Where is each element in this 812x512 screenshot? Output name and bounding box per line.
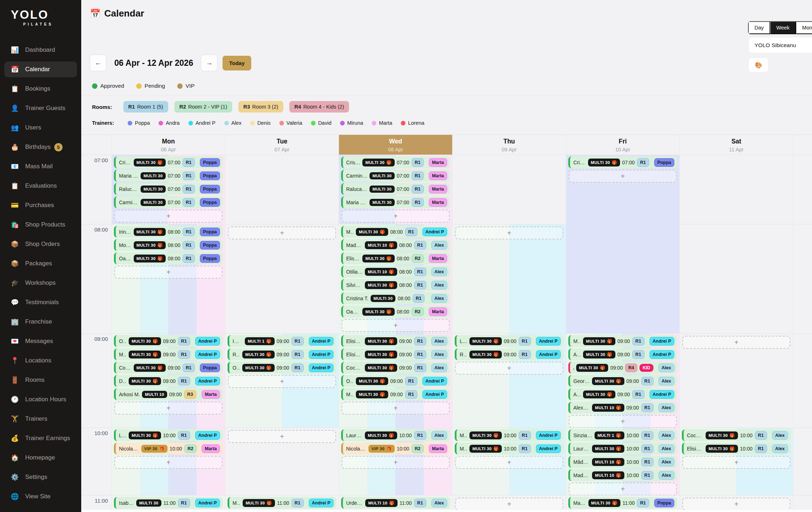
- sidebar-item-evaluations[interactable]: 📋Evaluations: [4, 178, 77, 194]
- event-chip[interactable]: Cristina P.MULTI 30🎁07:00R1Marta: [341, 156, 450, 168]
- sidebar-item-birthdays[interactable]: 🎂Birthdays5: [4, 139, 77, 155]
- room-filter-r1[interactable]: R1Room 1 (5): [123, 101, 168, 113]
- event-chip[interactable]: Urdea S.MULTI 10🎁11:00R1Alex: [341, 497, 450, 509]
- add-slot-button[interactable]: +: [682, 336, 790, 349]
- event-chip[interactable]: Loredana I.MULTI 30🎁09:00R1Andrei P: [455, 335, 564, 347]
- event-chip[interactable]: Adela C.MULTI 30🎁09:00R4KIDAlex: [568, 362, 677, 374]
- trainer-filter-andreip[interactable]: Andrei P: [188, 120, 216, 126]
- trainer-filter-denis[interactable]: Denis: [250, 120, 271, 126]
- add-slot-button[interactable]: +: [455, 456, 563, 469]
- event-chip[interactable]: Sinziana I.MULTI 1🎁10:00R1Alex: [568, 429, 677, 441]
- event-chip[interactable]: Otilia C.MULTI 10🎁08:00R1Alex: [341, 266, 450, 278]
- sidebar-item-viewsite[interactable]: 🌐View Site: [4, 489, 77, 504]
- sidebar-item-purchases[interactable]: 💳Purchases: [4, 197, 77, 213]
- event-chip[interactable]: Oana H.MULTI 30🎁09:00R1Andrei P: [341, 375, 450, 387]
- event-chip[interactable]: Maria G.MULTI 30🎁11:00R1Poppa: [568, 497, 677, 509]
- add-slot-button[interactable]: +: [114, 456, 223, 469]
- event-chip[interactable]: Silviu P.MULTI 30🎁08:00R1Alex: [341, 279, 450, 291]
- sidebar-item-trainers[interactable]: 🏋️Trainers: [4, 411, 77, 427]
- palette-button[interactable]: 🎨: [748, 58, 769, 73]
- add-slot-button[interactable]: +: [569, 170, 677, 183]
- account-select[interactable]: YOLO Sibiceanu: [748, 37, 812, 53]
- event-chip[interactable]: Georgiana T.MULTI 30🎁09:00R1Alex: [568, 375, 677, 387]
- event-chip[interactable]: Arkosi M.MULTI 1009:00R3Marta: [114, 388, 223, 400]
- event-chip[interactable]: Alexandra V.MULTI 10🎁09:00R1Alex: [568, 402, 677, 413]
- sidebar-item-settings[interactable]: ⚙️Settings: [4, 469, 77, 485]
- view-week-button[interactable]: Week: [770, 21, 796, 34]
- sidebar-item-users[interactable]: 👥Users: [4, 120, 77, 136]
- event-chip[interactable]: Oana S.MULTI 30🎁08:00R1Poppa: [114, 252, 223, 264]
- add-slot-button[interactable]: +: [228, 430, 336, 443]
- today-button[interactable]: Today: [223, 56, 251, 70]
- add-slot-button[interactable]: +: [114, 402, 223, 415]
- event-chip[interactable]: Monica E.MULTI 30🎁08:00R1Poppa: [114, 239, 223, 251]
- sidebar-item-shoporders[interactable]: 📦Shop Orders: [4, 236, 77, 252]
- room-filter-r4[interactable]: R4Room 4 - Kids (2): [289, 101, 349, 113]
- sidebar-item-testimonials[interactable]: 💬Testimonials: [4, 294, 77, 310]
- event-chip[interactable]: Nicolae S.VIP 30🎁10:00R2Marta: [114, 443, 223, 454]
- event-chip[interactable]: Mădălina B.MULTI 10🎁10:00R1Alex: [568, 456, 677, 468]
- add-slot-button[interactable]: +: [682, 498, 790, 511]
- event-chip[interactable]: Raluca M.MULTI 30🎁09:00R1Andrei P: [455, 348, 564, 360]
- event-chip[interactable]: Elisabeta S.MULTI 30🎁08:00R2Marta: [341, 252, 450, 264]
- sidebar-item-dashboard[interactable]: 📊Dashboard: [4, 42, 77, 58]
- event-chip[interactable]: Coca C.MULTI 30🎁10:00R1Alex: [682, 429, 791, 441]
- event-chip[interactable]: Elisia-Daria B.MULTI 30🎁09:00R1Alex: [341, 348, 450, 360]
- add-slot-button[interactable]: +: [569, 415, 677, 428]
- trainer-filter-alex[interactable]: Alex: [224, 120, 242, 126]
- add-slot-button[interactable]: +: [341, 319, 450, 332]
- event-chip[interactable]: Cristina T.MULTI 3008:00R1Alex: [341, 292, 450, 304]
- event-chip[interactable]: Maria C.MULTI 30🎁09:00R1Andrei P: [341, 388, 450, 400]
- event-chip[interactable]: Oana S.MULTI 30🎁08:00R2Marta: [341, 306, 450, 317]
- sidebar-item-messages[interactable]: 💌Messages: [4, 333, 77, 349]
- event-chip[interactable]: Isabel B.MULTI 3011:00R1Andrei P: [114, 497, 223, 509]
- sidebar-item-homepage[interactable]: 🏠Homepage: [4, 450, 77, 466]
- add-slot-button[interactable]: +: [341, 456, 450, 469]
- sidebar-item-calendar[interactable]: 📅Calendar: [4, 61, 77, 77]
- trainer-filter-lorena[interactable]: Lorena: [401, 120, 424, 126]
- trainer-filter-miruna[interactable]: Miruna: [340, 120, 363, 126]
- next-week-button[interactable]: →: [201, 55, 217, 71]
- event-chip[interactable]: Cristina P.MULTI 30🎁07:00R1Poppa: [114, 156, 223, 168]
- sidebar-item-trainerguests[interactable]: 👤Trainer Guests: [4, 100, 77, 116]
- event-chip[interactable]: Maria Cristina A.MULTI 3007:00R1Marta: [341, 196, 450, 208]
- trainer-filter-valeria[interactable]: Valeria: [279, 120, 302, 126]
- room-filter-r2[interactable]: R2Room 2 - VIP (1): [174, 101, 232, 113]
- event-chip[interactable]: Maria Cristina A.MULTI 3007:00R1Poppa: [114, 170, 223, 182]
- event-chip[interactable]: Otilia C.MULTI 30🎁09:00R1Andrei P: [228, 362, 336, 374]
- event-chip[interactable]: Mihailescu A.MULTI 30🎁10:00R1Andrei P: [455, 429, 564, 441]
- event-chip[interactable]: Coca C.MULTI 30🎁09:00R1Poppa: [114, 362, 223, 374]
- event-chip[interactable]: Loredana I.MULTI 30🎁10:00R1Andrei P: [114, 429, 223, 441]
- prev-week-button[interactable]: ←: [90, 55, 106, 71]
- add-slot-button[interactable]: +: [455, 227, 563, 239]
- sidebar-item-locationhours[interactable]: 🕐Location Hours: [4, 392, 77, 407]
- event-chip[interactable]: Aida C.MULTI 30🎁09:00R1Andrei P: [568, 388, 677, 400]
- add-slot-button[interactable]: +: [114, 210, 223, 223]
- add-slot-button[interactable]: +: [455, 498, 563, 511]
- add-slot-button[interactable]: +: [341, 210, 450, 223]
- event-chip[interactable]: Coca C.MULTI 30🎁09:00R1Alex: [341, 362, 450, 374]
- trainer-filter-poppa[interactable]: Poppa: [128, 120, 150, 126]
- event-chip[interactable]: Maria C.MULTI 30🎁09:00R1Andrei P: [114, 348, 223, 360]
- event-chip[interactable]: Mihailescu A.MULTI 30🎁11:00R1Andrei P: [228, 497, 336, 509]
- sidebar-item-bookings[interactable]: 📋Bookings: [4, 81, 77, 97]
- event-chip[interactable]: Oana H.MULTI 30🎁09:00R1Andrei P: [114, 335, 223, 347]
- event-chip[interactable]: Nicolae S.VIP 30🎁10:00R2Marta: [341, 443, 450, 454]
- trainer-filter-marta[interactable]: Marta: [372, 120, 392, 126]
- add-slot-button[interactable]: +: [455, 362, 563, 375]
- view-month-button[interactable]: Month: [796, 21, 812, 34]
- event-chip[interactable]: Dana N.MULTI 30🎁09:00R1Andrei P: [114, 375, 223, 387]
- event-chip[interactable]: Maria C.MULTI 30🎁09:00R1Andrei P: [568, 335, 677, 347]
- event-chip[interactable]: Madalina M.MULTI 10🎁08:00R1Alex: [341, 239, 450, 251]
- event-chip[interactable]: Cristina P.MULTI 30🎁07:00R1Poppa: [568, 156, 677, 168]
- event-chip[interactable]: Raluca N.MULTI 3007:00R1Poppa: [114, 183, 223, 195]
- sidebar-item-franchise[interactable]: 🏢Franchise: [4, 314, 77, 330]
- event-chip[interactable]: Adela C.MULTI 30🎁09:00R1Andrei P: [568, 348, 677, 360]
- sidebar-item-massmail[interactable]: 📧Mass Mail: [4, 159, 77, 174]
- view-day-button[interactable]: Day: [748, 21, 770, 34]
- sidebar-item-packages[interactable]: 📦Packages: [4, 256, 77, 271]
- add-slot-button[interactable]: +: [682, 456, 790, 469]
- add-slot-button[interactable]: +: [569, 483, 677, 495]
- event-chip[interactable]: Raluca N.MULTI 3007:00R1Marta: [341, 183, 450, 195]
- event-chip[interactable]: Mihailescu A.MULTI 30🎁10:00R1Andrei P: [455, 443, 564, 454]
